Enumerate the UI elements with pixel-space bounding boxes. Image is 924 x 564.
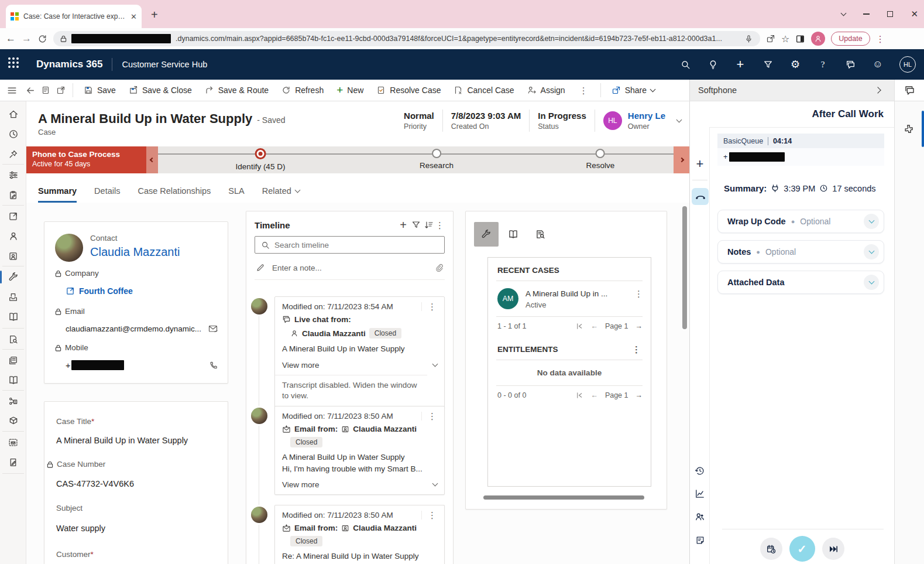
timeline-entry-email-2[interactable]: Modified on: 7/11/2023 8:50 AM⋮ Email fr… [274, 505, 445, 564]
sidebar-item-activities[interactable] [0, 186, 26, 204]
notes-section[interactable]: Notes ● Optional [717, 240, 884, 264]
sidebar-item-email-drafts[interactable] [0, 433, 26, 451]
sidebar-item-knowledge-base[interactable] [0, 371, 26, 389]
notes-icon[interactable] [690, 531, 710, 549]
tab-case-relationships[interactable]: Case Relationships [138, 186, 211, 203]
subject-value[interactable]: Water supply [56, 524, 105, 533]
priority-field[interactable]: Normal Priority [404, 111, 434, 131]
contact-photo[interactable] [55, 234, 83, 262]
new-tab-icon[interactable]: + [151, 8, 158, 22]
smiley-icon[interactable]: ☺ [872, 59, 884, 70]
browser-reload-icon[interactable] [37, 34, 47, 44]
email-value-row[interactable]: claudiamazzanti@crmdemo.dynamic... [66, 324, 218, 333]
add-icon[interactable]: + [734, 59, 746, 70]
favorite-star-icon[interactable]: ☆ [781, 33, 789, 45]
cancel-case-button[interactable]: Cancel Case [450, 86, 517, 95]
attached-data-section[interactable]: Attached Data [717, 271, 884, 294]
browser-update-button[interactable]: Update [831, 32, 870, 46]
owner-link[interactable]: Henry Le [628, 111, 665, 121]
email-value[interactable]: claudiamazzanti@crmdemo.dynamic... [66, 324, 208, 333]
site-map-icon[interactable] [7, 86, 17, 95]
timeline-search-input[interactable] [274, 241, 438, 249]
recent-case-row[interactable]: AM A Mineral Build Up in ... Active ⋮ [488, 281, 651, 316]
horizontal-scrollbar[interactable] [483, 495, 644, 500]
refresh-button[interactable]: Refresh [278, 86, 327, 95]
tab-customer-service-tools-icon[interactable] [474, 222, 499, 247]
record-set-icon[interactable] [41, 86, 50, 95]
timeline-entry-email-1[interactable]: Modified on: 7/11/2023 8:50 AM⋮ Email fr… [274, 406, 445, 495]
gear-icon[interactable]: ⚙ [789, 59, 801, 70]
softphone-header[interactable]: Softphone [689, 80, 894, 101]
resolve-case-button[interactable]: Resolve Case [373, 86, 444, 95]
company-link[interactable]: Fourth Coffee [79, 286, 133, 296]
sidebar-item-home[interactable] [0, 105, 26, 123]
entry-view-more[interactable]: View more [282, 480, 437, 489]
case-number-value[interactable]: CAS-47732-V4V6K6 [56, 479, 134, 488]
expand-chevron-icon[interactable] [864, 275, 879, 290]
prev-page-icon[interactable]: ← [590, 322, 598, 330]
app-launcher-icon[interactable] [8, 57, 22, 71]
sidebar-item-connections[interactable] [0, 392, 26, 410]
maximize-icon[interactable] [887, 11, 893, 17]
popout-icon[interactable] [56, 86, 66, 95]
user-avatar[interactable]: HL [899, 56, 916, 73]
browser-profile-avatar[interactable] [811, 32, 825, 46]
save-and-close-button[interactable]: Save & Close [125, 86, 195, 95]
sidebar-item-recent[interactable] [0, 125, 26, 143]
expand-chevron-icon[interactable] [864, 244, 879, 259]
bpf-stage-resolve[interactable]: Resolve [586, 149, 615, 170]
bpf-stage-identify[interactable]: Identify (45 D) [236, 148, 286, 171]
sidebar-item-products[interactable] [0, 412, 26, 430]
sidebar-item-social-profiles[interactable] [0, 247, 26, 265]
sidebar-item-pinned[interactable] [0, 145, 26, 163]
share-button[interactable]: Share [608, 86, 658, 95]
plugin-pane-icon[interactable] [895, 119, 922, 139]
chat-icon[interactable] [904, 85, 915, 96]
browser-forward-icon[interactable]: → [22, 33, 32, 45]
entry-subject[interactable]: A Mineral Build Up in Water Supply [282, 343, 437, 355]
entitlements-more-icon[interactable]: ⋮ [632, 345, 641, 354]
new-button[interactable]: + New [333, 86, 367, 95]
tab-knowledge-base-icon[interactable] [501, 222, 525, 247]
help-icon[interactable]: ? [817, 59, 829, 70]
sidebar-item-cases[interactable] [0, 268, 26, 286]
case-title-value[interactable]: A Mineral Build Up in Water Supply [56, 436, 188, 445]
expand-chevron-icon[interactable] [864, 214, 879, 229]
softphone-collapse-icon[interactable] [874, 87, 881, 93]
note-composer[interactable]: Enter a note... [255, 259, 445, 280]
bpf-process-box[interactable]: Phone to Case Process Active for 45 days [26, 146, 146, 173]
bpf-prev-icon[interactable] [146, 146, 158, 173]
history-icon[interactable] [690, 462, 710, 480]
email-icon[interactable] [208, 324, 218, 333]
recent-case-title[interactable]: A Mineral Build Up in ... [525, 289, 627, 298]
first-page-icon[interactable] [576, 323, 583, 330]
phone-icon[interactable] [209, 361, 218, 370]
entry-person[interactable]: Claudia Mazzanti [353, 425, 417, 433]
entry-more-icon[interactable]: ⋮ [421, 412, 437, 421]
share-page-icon[interactable] [766, 34, 775, 43]
next-page-icon[interactable]: → [636, 322, 643, 330]
entry-person[interactable]: Claudia Mazzanti [302, 329, 366, 338]
tab-sla[interactable]: SLA [228, 186, 244, 203]
feedback-icon[interactable] [844, 59, 856, 70]
search-icon[interactable] [679, 59, 691, 70]
company-value-row[interactable]: Fourth Coffee [66, 286, 133, 296]
next-page-icon[interactable]: → [636, 391, 643, 399]
browser-tab[interactable]: Case: Case for Interactive experie ✕ [6, 5, 142, 28]
window-chevron-icon[interactable] [841, 10, 847, 16]
mic-icon[interactable] [744, 35, 753, 43]
tab-close-icon[interactable]: ✕ [130, 12, 137, 21]
tab-summary[interactable]: Summary [38, 186, 77, 203]
timeline-entry-chat[interactable]: Modified on: 7/11/2023 8:54 AM⋮ Live cha… [274, 296, 445, 409]
wrap-up-code-section[interactable]: Wrap Up Code ● Optional [717, 210, 884, 233]
save-and-route-button[interactable]: Save & Route [201, 86, 272, 95]
entry-person[interactable]: Claudia Mazzanti [353, 524, 417, 532]
owner-field[interactable]: HL Henry Le Owner [603, 111, 665, 131]
entry-more-icon[interactable]: ⋮ [421, 511, 437, 519]
timeline-sort-icon[interactable] [423, 218, 435, 231]
entry-subject[interactable]: Re: A Mineral Build Up in Water Supply [282, 551, 437, 562]
header-expand-icon[interactable] [676, 117, 682, 122]
sidebar-item-accounts[interactable] [0, 207, 26, 225]
bpf-next-icon[interactable] [674, 146, 689, 173]
status-field[interactable]: In Progress Status [538, 111, 586, 131]
